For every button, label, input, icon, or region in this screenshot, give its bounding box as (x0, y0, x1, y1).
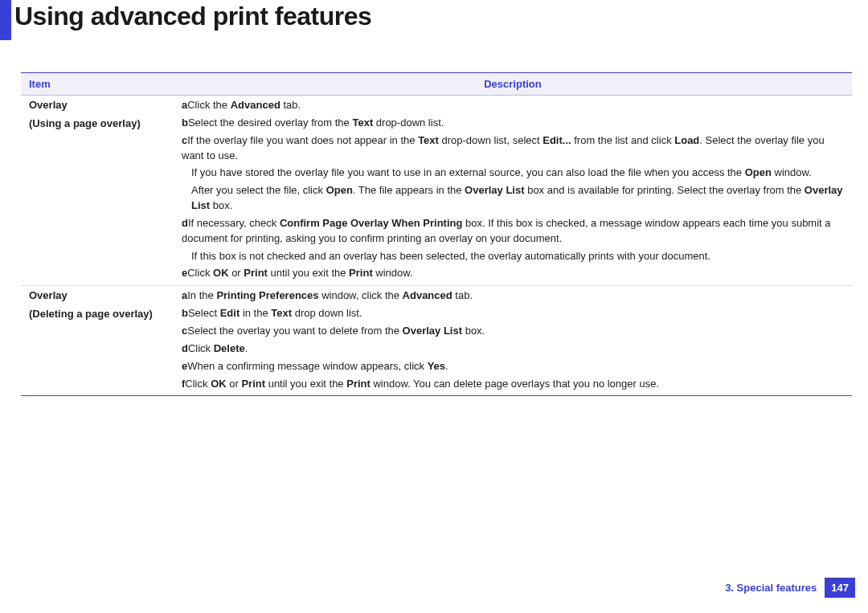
footer-page-number: 147 (825, 578, 855, 598)
row1-step-c2: If you have stored the overlay file you … (182, 166, 844, 181)
page-title: Using advanced print features (14, 2, 371, 31)
table-header-row: Item Description (21, 73, 852, 96)
footer-chapter: 3. Special features (725, 582, 817, 594)
row2-step-b: bSelect Edit in the Text drop down list. (182, 306, 844, 321)
row1-step-c3: After you select the file, click Open. T… (182, 183, 844, 214)
page-footer: 3. Special features 147 (725, 578, 855, 598)
table-row: Overlay (Using a page overlay) aClick th… (21, 96, 852, 286)
accent-bar (0, 0, 11, 40)
row2-item: Overlay (Deleting a page overlay) (21, 286, 174, 396)
row2-item-sub: (Deleting a page overlay) (29, 307, 166, 322)
features-table-wrap: Item Description Overlay (Using a page o… (21, 72, 852, 396)
row2-item-title: Overlay (29, 288, 166, 304)
col-desc-header: Description (174, 73, 852, 96)
row1-item: Overlay (Using a page overlay) (21, 96, 174, 286)
row1-step-d2: If this box is not checked and an overla… (182, 249, 844, 264)
row1-desc: aClick the Advanced tab. bSelect the des… (174, 96, 852, 286)
table-row: Overlay (Deleting a page overlay) aIn th… (21, 286, 852, 396)
features-table: Item Description Overlay (Using a page o… (21, 72, 852, 396)
row1-item-sub: (Using a page overlay) (29, 116, 166, 132)
row1-step-e: eClick OK or Print until you exit the Pr… (182, 266, 844, 281)
row2-step-e: eWhen a confirming message window appear… (182, 359, 844, 374)
row2-step-c: cSelect the overlay you want to delete f… (182, 324, 844, 339)
row1-step-d: dIf necessary, check Confirm Page Overla… (182, 216, 844, 247)
row1-step-c: cIf the overlay file you want does not a… (182, 133, 844, 164)
row1-step-a: aClick the Advanced tab. (182, 98, 844, 113)
row2-desc: aIn the Printing Preferences window, cli… (174, 286, 852, 396)
row2-step-d: dClick Delete. (182, 341, 844, 357)
row1-item-title: Overlay (29, 98, 166, 113)
row1-step-b: bSelect the desired overlay from the Tex… (182, 116, 844, 131)
col-item-header: Item (21, 73, 174, 96)
row2-step-a: aIn the Printing Preferences window, cli… (182, 288, 844, 304)
row2-step-f: fClick OK or Print until you exit the Pr… (182, 377, 844, 392)
